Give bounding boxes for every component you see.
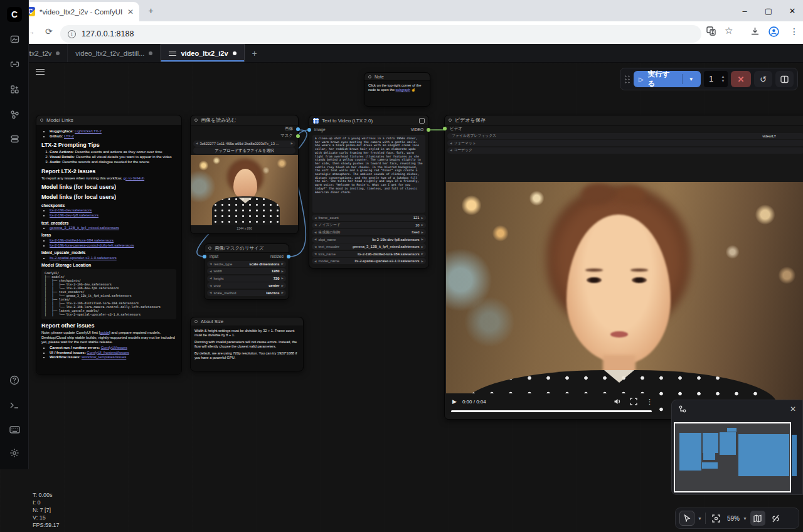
input-dot[interactable]	[203, 255, 206, 258]
collapse-dot-icon[interactable]	[208, 247, 211, 250]
video-controls[interactable]: ▶ 0:00 / 0:04 ⋮	[446, 393, 659, 415]
node-save-video[interactable]: ビデオを保存 ビデオ ファイル名プレフィックス video/LT ◀フォーマット…	[444, 115, 803, 420]
sidebar-queue-button[interactable]	[0, 134, 29, 146]
node-load-image[interactable]: 画像を読み込む 画像 マスク ◀ 3c622277-1c11-465a-a65d…	[190, 115, 299, 234]
issue-link[interactable]: workflow_templates/issues	[82, 355, 126, 359]
widget-scale-method[interactable]: ◀scale_method lanczos▶	[207, 290, 286, 296]
minimap-toggle-button[interactable]	[750, 511, 765, 526]
prev-arrow-icon[interactable]: ◀	[196, 142, 198, 145]
tool-chevron-icon[interactable]: ▼	[698, 516, 702, 521]
collapse-dot-icon[interactable]	[194, 119, 198, 122]
input-dot-video[interactable]	[443, 127, 447, 130]
sidebar-templates-button[interactable]	[0, 35, 29, 46]
node-header[interactable]: Note	[364, 73, 430, 81]
batch-count-stepper[interactable]: 1 ▲▼	[704, 71, 728, 87]
window-minimize-button[interactable]: –	[731, 0, 758, 21]
drag-handle[interactable]	[624, 75, 630, 83]
subgraph-link[interactable]: subgraph	[396, 88, 410, 92]
minimap-close-icon[interactable]: ✕	[790, 405, 796, 413]
output-dot-video[interactable]	[427, 128, 430, 132]
next-arrow-icon[interactable]: ▶	[291, 142, 293, 145]
widget-model-name[interactable]: ◀model_name ltx-2-spatial-upscaler-x2-1.…	[312, 258, 426, 264]
output-dot-mask[interactable]	[296, 134, 300, 138]
prompt-textarea[interactable]: A close-up shot of a young waitress in a…	[312, 135, 425, 213]
widget-height[interactable]: ◀height 720▶	[207, 275, 286, 282]
tab-close-icon[interactable]: ✕	[127, 8, 134, 16]
hf-link[interactable]: Lightricks/LTX-2	[75, 129, 102, 133]
video-menu-icon[interactable]: ⋮	[646, 398, 653, 406]
node-header[interactable]: About Size	[191, 317, 303, 326]
browser-menu-icon[interactable]: ⋮	[790, 26, 799, 36]
output-dot[interactable]	[287, 255, 290, 258]
sidebar-nodes-button[interactable]	[0, 60, 29, 72]
lora-link[interactable]: ltx-2-19b-distilled-lora-384.safetensors	[50, 238, 114, 242]
run-options-chevron-icon[interactable]: ▼	[687, 77, 696, 82]
slot-row[interactable]: input resized	[205, 253, 289, 260]
video-preview[interactable]	[446, 182, 803, 415]
slot-row[interactable]: image VIDEO	[309, 126, 428, 133]
site-info-icon[interactable]: i	[68, 30, 76, 38]
history-button[interactable]: ↺	[754, 71, 772, 87]
node-text-to-video[interactable]: Text to Video (LTX 2.0) image VIDEO A cl…	[309, 115, 429, 269]
widget-frame-count[interactable]: ◀frame_count 121▶	[312, 215, 426, 221]
play-icon[interactable]: ▶	[452, 398, 457, 405]
window-close-button[interactable]: ✕	[779, 0, 803, 21]
node-header[interactable]: 画像を読み込む	[191, 115, 298, 125]
new-tab-button[interactable]: +	[146, 6, 156, 16]
collapse-dot-icon[interactable]	[368, 75, 371, 78]
widget-lora-name[interactable]: ◀lora_name ltx-2-19b-distilled-lora-384.…	[312, 251, 426, 257]
sidebar-settings-button[interactable]	[0, 448, 29, 460]
open-subgraph-icon[interactable]	[419, 118, 425, 124]
input-dot-image[interactable]	[307, 128, 311, 132]
issue-link[interactable]: ComfyUI/issues	[101, 346, 127, 349]
browser-tab[interactable]: C *video_ltx2_i2v - ComfyUI ✕	[20, 2, 139, 21]
sidebar-terminal-button[interactable]	[0, 400, 29, 413]
stepper-arrows[interactable]: ▲▼	[719, 71, 728, 87]
text-encoder-link[interactable]: gemma_3_12B_it_fp4_mixed.safetensors	[50, 226, 119, 230]
stop-button[interactable]: ✕	[731, 71, 752, 87]
node-model-links[interactable]: Model Links Huggingface: Lightricks/LTX-…	[36, 115, 182, 375]
sidebar-models-button[interactable]	[0, 85, 29, 97]
node-header[interactable]: 画像/マスクのリサイズ	[205, 244, 289, 253]
node-note[interactable]: Note Click on the top-right corner of th…	[364, 72, 430, 107]
node-header[interactable]: Text to Video (LTX 2.0)	[309, 115, 428, 126]
ckpt-link[interactable]: ltx-2-19b-dev-fp8.safetensors	[50, 213, 98, 217]
run-button[interactable]: ▷ 実行する ▼	[634, 71, 701, 87]
slot-mask-output[interactable]: マスク	[191, 132, 298, 139]
toggle-links-button[interactable]	[768, 511, 784, 526]
zoom-level[interactable]: 59%	[727, 515, 740, 522]
workflow-tab-t2v-distill[interactable]: video_ltx2_t2v_distill...	[68, 44, 161, 62]
batch-count-value[interactable]: 1	[704, 71, 719, 87]
node-about-size[interactable]: About Size Width & height settings must …	[190, 317, 304, 371]
widget-codec[interactable]: ◀コーデック	[447, 147, 803, 154]
image-file-combo[interactable]: ◀ 3c622277-1c11-465a-a65d-2ba8a0203d7e_1…	[193, 141, 295, 147]
workflow-tab-i2v-active[interactable]: video_ltx2_i2v	[161, 44, 244, 62]
minimap-panel[interactable]: ✕	[671, 400, 803, 495]
minimap-links-icon[interactable]	[678, 405, 687, 413]
node-header[interactable]: ビデオを保存	[445, 115, 803, 125]
volume-icon[interactable]	[614, 398, 621, 405]
node-resize[interactable]: 画像/マスクのリサイズ input resized ◀resize_type s…	[204, 243, 289, 300]
workflow-menu-icon[interactable]	[169, 51, 176, 56]
widget-ckpt-name[interactable]: ◀ckpt_name ltx-2-19b-dev-fp8.safetensors…	[312, 237, 426, 243]
collapse-dot-icon[interactable]	[194, 320, 198, 323]
select-tool-button[interactable]	[679, 511, 694, 526]
slot-video-input[interactable]: ビデオ	[445, 125, 803, 132]
main-menu-icon[interactable]	[36, 69, 45, 75]
download-icon[interactable]	[750, 26, 760, 38]
guide-link[interactable]: guide	[100, 331, 109, 334]
fullscreen-icon[interactable]	[630, 398, 637, 405]
zoom-chevron-icon[interactable]: ▼	[743, 516, 747, 521]
widget-filename-prefix[interactable]: ファイル名プレフィックス video/LT	[447, 133, 803, 139]
graph-canvas[interactable]: Model Links Huggingface: Lightricks/LTX-…	[0, 63, 803, 532]
address-bar[interactable]: i 127.0.0.1:8188	[60, 25, 701, 43]
slot-image-output[interactable]: 画像	[191, 125, 298, 132]
sidebar-help-button[interactable]	[0, 375, 29, 388]
report-github-link[interactable]: go to GitHub	[123, 176, 144, 180]
widget-control-after-generate[interactable]: ◀生成後の制御 fixed▶	[312, 229, 426, 235]
collapse-dot-icon[interactable]	[449, 119, 452, 122]
reload-icon[interactable]: ⟳	[45, 26, 53, 36]
node-header[interactable]: Model Links	[36, 115, 181, 125]
widget-text-encoder[interactable]: ◀text_encoder gemma_3_12B_it_fp4_mixed.s…	[312, 243, 426, 250]
collapse-dot-icon[interactable]	[40, 119, 43, 122]
